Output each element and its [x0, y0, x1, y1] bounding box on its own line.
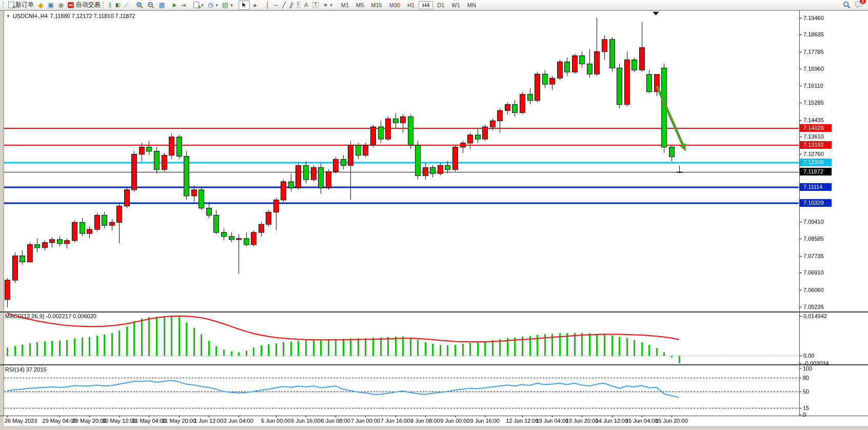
arrows-tool-icon: ✦ [323, 2, 328, 8]
text-label-icon: T [312, 2, 319, 8]
autotrading-label: 自动交易 [75, 1, 100, 9]
chevron-down-icon: ▾ [230, 3, 233, 8]
clock-icon: ◷ [208, 2, 213, 8]
candlestick-mode-button[interactable]: ▮▯ [113, 1, 122, 10]
macd-indicator-label: MACD(12,26,9) -0.002217 0.006020 [5, 313, 96, 319]
zoom-out-button[interactable] [145, 1, 156, 10]
chevron-down-icon: ▾ [330, 3, 332, 8]
chart-shift-button[interactable]: ⇥ [179, 1, 188, 10]
timeframe-button-m5[interactable]: M5 [353, 1, 367, 9]
chevron-down-icon: ▾ [201, 3, 204, 8]
channel-tool-button[interactable]: ∥ [288, 1, 295, 10]
line-chart-mode-button[interactable]: ⟋ [122, 1, 130, 10]
vertical-line-icon: │ [266, 2, 270, 8]
fibonacci-icon: F [297, 2, 300, 8]
vertical-line-tool-button[interactable]: │ [264, 1, 272, 10]
equidistant-channel-icon: ∥ [289, 2, 294, 8]
text-icon: A [304, 2, 308, 8]
text-label-tool-button[interactable]: T [310, 1, 321, 10]
crosshair-tool-button[interactable]: ＋ [250, 1, 260, 10]
toolbar-grip [3, 2, 5, 8]
auto-scroll-icon: ▶ [173, 3, 177, 8]
toolbar-separator [236, 2, 237, 9]
line-chart-icon: ⟋ [124, 2, 128, 8]
cursor-tool-button[interactable] [239, 1, 250, 10]
arrows-tool-button[interactable]: ✦ ▾ [321, 1, 334, 10]
toolbar-separator [262, 2, 262, 9]
new-order-icon: + [8, 2, 14, 8]
indicators-icon: + [193, 2, 199, 8]
toolbar-grip [103, 2, 105, 8]
fibonacci-tool-button[interactable]: F [295, 1, 302, 10]
one-click-trading-toggle[interactable]: ▼ [6, 14, 10, 18]
timeframe-button-m15[interactable]: M15 [368, 1, 385, 9]
horizontal-line-icon: ─ [273, 2, 278, 8]
toolbar-separator [132, 2, 132, 9]
price-chart-canvas[interactable] [0, 10, 868, 430]
main-toolbar: + 新订单 ◆ ▣ ◉ 自动交易 ⫼ ▮▯ ⟋ [0, 0, 868, 10]
tile-windows-icon: ▦ [159, 2, 165, 8]
zoom-in-icon [136, 2, 143, 9]
toolbar-separator [169, 2, 169, 9]
profiles-button[interactable]: ▣ [46, 1, 56, 10]
timeframe-button-m30[interactable]: M30 [386, 1, 403, 9]
search-icon[interactable] [843, 1, 851, 9]
crosshair-icon: ＋ [252, 2, 258, 8]
chevron-down-icon: ▾ [215, 3, 218, 8]
toolbar-separator [189, 2, 190, 9]
timeframe-button-d1[interactable]: D1 [434, 1, 447, 9]
timeframe-button-mn[interactable]: MN [464, 1, 479, 9]
trendline-icon: ╱ [282, 2, 286, 8]
template-icon: ▤ [222, 2, 228, 8]
timeframe-toolbar: M1M5M15M30H1H4D1W1MN [338, 1, 479, 9]
timeframe-button-m1[interactable]: M1 [338, 1, 352, 9]
auto-scroll-button[interactable]: ▶ [171, 1, 179, 10]
toolbar-separator [336, 2, 337, 9]
timeframe-button-h1[interactable]: H1 [404, 1, 418, 9]
signals-button[interactable]: ◉ [56, 1, 66, 10]
profiles-icon: ▣ [48, 2, 54, 8]
bar-chart-icon: ⫼ [108, 2, 111, 8]
tile-windows-button[interactable]: ▦ [156, 1, 167, 10]
trendline-tool-button[interactable]: ╱ [280, 1, 288, 10]
timeframe-button-h4[interactable]: H4 [419, 1, 433, 9]
bar-chart-mode-button[interactable]: ⫼ [106, 1, 113, 10]
cursor-icon [241, 2, 247, 8]
chart-shift-icon: ⇥ [181, 2, 186, 8]
periods-button[interactable]: ◷ ▾ [206, 1, 220, 10]
candlestick-icon: ▮▯ [115, 3, 120, 8]
rsi-indicator-label: RSI(14) 37.2015 [5, 366, 47, 373]
horizontal-line-tool-button[interactable]: ─ [271, 1, 280, 10]
symbol-ohlc-line: ▼ USDCNH-,H4 7.11880 7.12172 7.11810 7.1… [6, 13, 135, 19]
notifications-button[interactable]: 1 [855, 1, 863, 10]
new-chart-button[interactable]: ◆ [36, 1, 46, 10]
autotrading-icon [68, 2, 74, 8]
ohlc-values: 7.11880 7.12172 7.11810 7.11872 [50, 13, 135, 19]
templates-button[interactable]: ▤ ▾ [220, 1, 235, 10]
gold-chart-icon: ◆ [38, 2, 44, 9]
notification-count-badge: 1 [860, 0, 866, 4]
autotrading-button[interactable]: 自动交易 [66, 1, 102, 10]
symbol-period-label: USDCNH-,H4 [13, 13, 48, 19]
new-order-label: 新订单 [15, 1, 34, 9]
text-tool-button[interactable]: A [302, 1, 310, 10]
new-order-button[interactable]: + 新订单 [6, 1, 36, 10]
indicators-button[interactable]: + ▾ [191, 1, 206, 10]
timeframe-button-w1[interactable]: W1 [448, 1, 463, 9]
zoom-in-button[interactable] [134, 1, 145, 10]
zoom-out-icon [147, 2, 154, 9]
signal-icon: ◉ [58, 2, 64, 8]
